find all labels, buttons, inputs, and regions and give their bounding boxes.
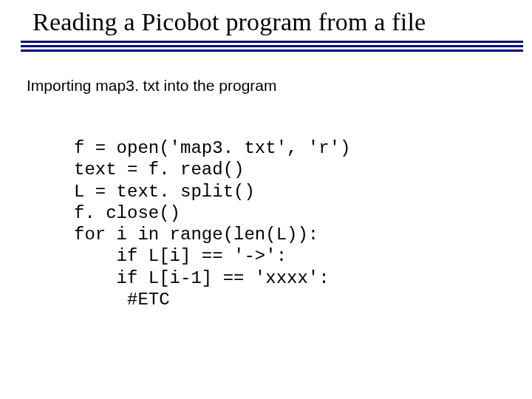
code-block: f = open('map3. txt', 'r') text = f. rea… [0,137,532,310]
code-line: for i in range(len(L)): [74,225,318,245]
title-underline [0,41,532,52]
code-line: if L[i] == '->': [74,246,287,266]
subtitle: Importing map3. txt into the program [27,77,277,94]
subtitle-wrap: Importing map3. txt into the program [0,77,532,95]
slide: Reading a Picobot program from a file Im… [0,0,532,399]
rule-line [21,41,523,43]
code-line: f = open('map3. txt', 'r') [74,138,350,158]
rule-line [21,50,523,52]
slide-title: Reading a Picobot program from a file [0,7,532,36]
code-line: #ETC [74,290,170,310]
code-line: L = text. split() [74,182,255,202]
code-line: f. close() [74,203,180,223]
code-line: if L[i-1] == 'xxxx': [74,268,330,288]
rule-line [21,45,523,47]
code-line: text = f. read() [74,160,244,180]
